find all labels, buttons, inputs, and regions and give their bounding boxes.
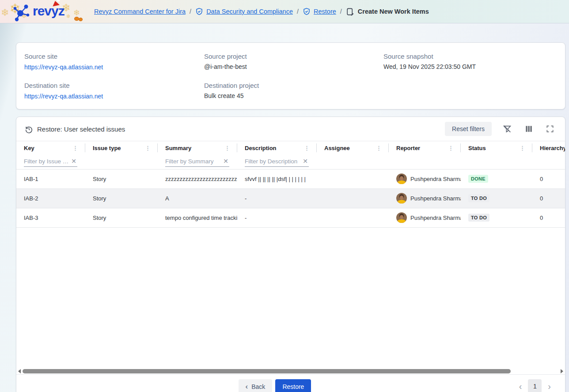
clear-filter-icon[interactable]: ✕ <box>222 158 229 166</box>
work-item-icon <box>346 8 354 16</box>
cell-description: - <box>237 188 317 208</box>
column-menu-icon[interactable]: ⋮ <box>303 145 311 151</box>
cell-status: TO DO <box>461 188 532 208</box>
logo-wordmark: revyz <box>33 4 64 19</box>
scrollbar-thumb[interactable] <box>23 369 511 373</box>
next-page-button[interactable]: › <box>546 381 553 392</box>
pumpkin-icon <box>79 18 83 21</box>
column-menu-icon[interactable]: ⋮ <box>375 145 383 151</box>
filter-summary-input[interactable] <box>165 156 222 166</box>
scroll-right-icon[interactable] <box>561 369 563 373</box>
column-menu-icon[interactable]: ⋮ <box>72 145 79 151</box>
table-title: Restore: User selected issues <box>25 125 125 133</box>
issues-grid: Key⋮ Issue type⋮ Summary⋮ Description⋮ A… <box>16 141 565 368</box>
cell-summary: tempo configured time tracking <box>158 208 237 227</box>
column-header-status: Status⋮ <box>461 141 532 155</box>
shield-icon <box>195 8 203 15</box>
cell-assignee <box>317 169 389 188</box>
snowflake-icon: ❄ <box>73 8 80 18</box>
cell-issue-type: Story <box>85 188 158 208</box>
breadcrumb-separator: / <box>340 8 342 15</box>
reporter-name: Pushpendra Sharma <box>410 215 461 221</box>
app-header: ❄ ❄ ❄ ❄ ❄ ❄ revyz Revyz Command Center f… <box>0 0 569 23</box>
breadcrumb-separator: / <box>297 8 299 15</box>
restore-table-panel: Restore: User selected issues Reset filt… <box>16 117 565 392</box>
cell-hierarchy: 0 <box>532 208 565 227</box>
cell-reporter: Pushpendra Sharma <box>389 169 461 188</box>
reset-filters-button[interactable]: Reset filters <box>445 122 492 136</box>
scroll-left-icon[interactable] <box>18 369 21 373</box>
restore-info-panel: Source site https://revyz-qa.atlassian.n… <box>16 42 565 109</box>
table-footer: ‹ Back Restore ‹ 1 › <box>16 375 565 392</box>
reporter-name: Pushpendra Sharma <box>410 195 461 202</box>
column-menu-icon[interactable]: ⋮ <box>447 145 455 151</box>
cell-key: IAB-3 <box>16 208 85 227</box>
destination-site-link[interactable]: https://revyz-qa.atlassian.net <box>24 93 103 100</box>
column-header-summary: Summary⋮ <box>158 141 237 155</box>
filter-description-input[interactable] <box>245 156 302 166</box>
clear-filter-icon[interactable]: ✕ <box>70 158 77 166</box>
filter-off-button[interactable] <box>501 122 514 136</box>
column-menu-icon[interactable]: ⋮ <box>519 145 526 151</box>
chevron-left-icon: ‹ <box>246 383 248 390</box>
avatar <box>396 212 407 223</box>
page-number-button[interactable]: 1 <box>528 379 542 392</box>
status-badge: TO DO <box>468 194 489 202</box>
table-row[interactable]: IAB-1 Story zzzzzzzzzzzzzzzzzzzzzzzzzzz … <box>16 169 565 188</box>
column-header-assignee: Assignee⋮ <box>317 141 389 155</box>
cell-status: DONE <box>461 169 532 188</box>
cell-key: IAB-2 <box>16 188 85 208</box>
snowflake-icon: ❄ <box>66 13 71 19</box>
table-row[interactable]: IAB-2 Story A - Pushpendra Sharma TO DO … <box>16 188 565 208</box>
field-source-site: Source site https://revyz-qa.atlassian.n… <box>24 53 204 71</box>
column-menu-icon[interactable]: ⋮ <box>144 145 152 151</box>
field-destination-project: Destination project Bulk create 45 <box>204 82 383 100</box>
breadcrumb: Revyz Command Center for Jira / Data Sec… <box>94 8 429 16</box>
avatar <box>396 193 407 204</box>
source-site-link[interactable]: https://revyz-qa.atlassian.net <box>24 64 103 71</box>
cell-assignee <box>317 208 389 227</box>
filter-key-input[interactable] <box>24 156 70 166</box>
previous-page-button[interactable]: ‹ <box>517 381 524 392</box>
column-menu-icon[interactable]: ⋮ <box>224 145 231 151</box>
breadcrumb-link-data-security[interactable]: Data Security and Compliance <box>206 8 293 15</box>
status-badge: DONE <box>468 175 488 183</box>
cell-summary: A <box>158 188 237 208</box>
cell-status: TO DO <box>461 208 532 227</box>
shield-icon <box>303 8 311 15</box>
clear-filter-icon[interactable]: ✕ <box>302 158 309 166</box>
cell-hierarchy: 0 <box>532 169 565 188</box>
fullscreen-button[interactable] <box>544 123 556 135</box>
main-content: Source site https://revyz-qa.atlassian.n… <box>0 23 569 392</box>
back-button[interactable]: ‹ Back <box>239 379 273 392</box>
revyz-logo[interactable]: ❄ ❄ ❄ ❄ ❄ ❄ revyz <box>0 0 88 23</box>
breadcrumb-separator: / <box>190 8 191 15</box>
cell-issue-type: Story <box>85 169 158 188</box>
field-destination-site: Destination site https://revyz-qa.atlass… <box>24 82 204 100</box>
cell-reporter: Pushpendra Sharma <box>389 188 461 208</box>
field-source-project: Source project @i-am-the-best <box>204 53 383 71</box>
column-header-reporter: Reporter⋮ <box>389 141 461 155</box>
restore-button[interactable]: Restore <box>275 379 311 392</box>
table-row[interactable]: IAB-3 Story tempo configured time tracki… <box>16 208 565 227</box>
column-header-description: Description⋮ <box>237 141 317 155</box>
cell-issue-type: Story <box>85 208 158 227</box>
cell-description: - <box>237 208 317 227</box>
breadcrumb-link-restore[interactable]: Restore <box>314 8 336 15</box>
columns-icon <box>524 124 533 133</box>
scrollbar-track[interactable] <box>23 369 559 374</box>
column-header-hierarchy: Hierarchy <box>532 141 565 155</box>
columns-button[interactable] <box>523 123 535 135</box>
breadcrumb-current: Create New Work Items <box>346 8 429 16</box>
cell-key: IAB-1 <box>16 169 85 188</box>
breadcrumb-link-command-center[interactable]: Revyz Command Center for Jira <box>94 8 186 15</box>
filter-off-icon <box>502 124 512 134</box>
fullscreen-icon <box>546 124 554 133</box>
cell-description: sfvvf || || || || |dsf| | | | | | | <box>237 169 317 188</box>
horizontal-scrollbar[interactable] <box>16 368 565 375</box>
reporter-name: Pushpendra Sharma <box>410 176 461 182</box>
cell-summary: zzzzzzzzzzzzzzzzzzzzzzzzzzz <box>158 169 237 188</box>
cell-assignee <box>317 188 389 208</box>
cell-hierarchy: 0 <box>532 188 565 208</box>
column-header-issue-type: Issue type⋮ <box>85 141 158 155</box>
